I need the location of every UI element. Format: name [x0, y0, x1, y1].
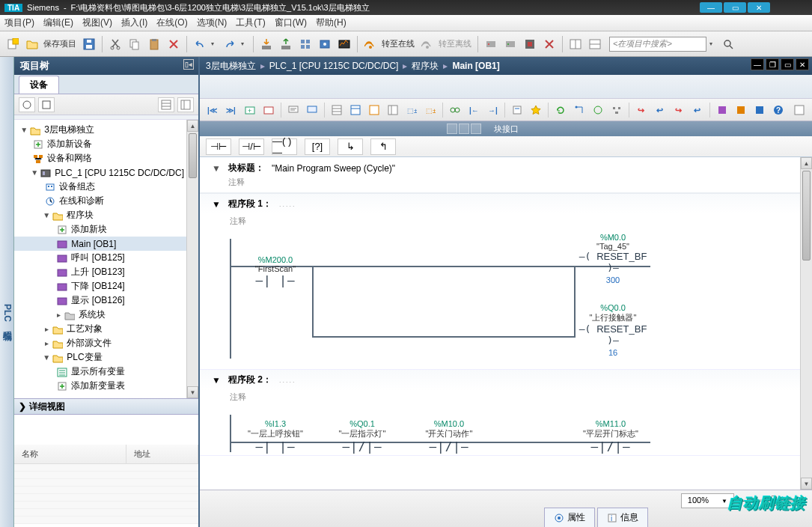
et-view-1[interactable]	[329, 102, 345, 118]
tree-tool-2[interactable]	[38, 97, 55, 112]
menu-view[interactable]: 视图(V)	[82, 16, 112, 29]
paste-button[interactable]	[146, 36, 162, 52]
tree-system-blocks[interactable]: ▸系统块	[14, 308, 198, 322]
et-goto2[interactable]: →|	[484, 102, 501, 118]
tree-ob125[interactable]: 呼叫 [OB125]	[14, 251, 198, 265]
net1-comment[interactable]: 注释	[200, 214, 812, 233]
menu-options[interactable]: 选项(N)	[197, 16, 228, 29]
et-monitor[interactable]	[447, 102, 463, 118]
interface-bar[interactable]: 块接口	[200, 121, 812, 136]
et-xref-1[interactable]: ↪	[633, 102, 650, 118]
detail-col-name[interactable]: 名称	[14, 445, 126, 463]
et-delete-network[interactable]	[260, 102, 277, 118]
redo-dropdown[interactable]: ▾	[241, 40, 248, 47]
coil-reset-bf-1[interactable]: %M0.0 "Tag_45" —( RESET_BF )— 300	[576, 233, 650, 284]
editor-scroll-thumb[interactable]	[802, 171, 811, 261]
maximize-button[interactable]: ▭	[724, 2, 746, 13]
fav-coil[interactable]: —( )—	[272, 138, 297, 155]
cross-ref-button[interactable]	[541, 36, 558, 52]
et-addr-sym[interactable]: ⬚±	[422, 102, 439, 118]
tree-device-config[interactable]: 设备组态	[14, 180, 198, 194]
tree-tech-objects[interactable]: ▸工艺对象	[14, 322, 198, 336]
tree-scrollbar[interactable]: ▲ ▼	[186, 120, 198, 398]
menu-window[interactable]: 窗口(W)	[275, 16, 307, 29]
undo-dropdown[interactable]: ▾	[211, 40, 219, 47]
tree-view-1[interactable]	[158, 97, 174, 112]
et-favorites[interactable]	[528, 102, 544, 118]
split-v-button[interactable]	[587, 36, 603, 52]
tree-add-block[interactable]: 添加新块	[14, 222, 198, 237]
editor-body[interactable]: ▼ 块标题： "Main Program Sweep (Cycle)" 注释 ▼…	[200, 157, 812, 527]
et-xref-2[interactable]: ↩	[652, 102, 668, 118]
save-button[interactable]	[81, 36, 97, 52]
scroll-up-icon[interactable]: ▲	[187, 120, 198, 132]
minimize-button[interactable]: —	[700, 2, 722, 13]
tree-tool-1[interactable]	[19, 97, 35, 112]
crumb-3[interactable]: 程序块	[412, 60, 439, 73]
tree-view-2[interactable]	[177, 97, 194, 112]
stop-cpu-button[interactable]	[522, 36, 538, 52]
network-2-title[interactable]: ▼ 程序段 2： .....	[200, 370, 812, 390]
editor-close-button[interactable]: ✕	[796, 58, 809, 70]
et-goto[interactable]: |←	[465, 102, 482, 118]
info-tab[interactable]: i 信息	[597, 508, 648, 527]
contact-m110[interactable]: %M11.0 "平层开门标志" —|/|—	[570, 419, 652, 454]
zoom-select[interactable]: 100% ▼	[681, 493, 734, 508]
download-button[interactable]	[258, 36, 275, 52]
tree-root[interactable]: ▼3层电梯独立	[14, 123, 198, 137]
et-xref-3[interactable]: ↪	[671, 102, 687, 118]
editor-scrollbar[interactable]: ▲ ▼	[800, 157, 812, 527]
open-project-button[interactable]	[24, 36, 40, 52]
redo-button[interactable]	[222, 36, 238, 52]
fav-box[interactable]: [?]	[305, 138, 330, 155]
editor-restore-button[interactable]: ❐	[766, 58, 779, 70]
copy-button[interactable]	[126, 36, 143, 52]
editor-scroll-down[interactable]: ▼	[801, 478, 812, 490]
tree-add-device[interactable]: 添加新设备	[14, 137, 198, 151]
go-offline-icon[interactable]	[419, 36, 436, 52]
et-refresh[interactable]	[552, 102, 569, 118]
accessible-devices-button[interactable]	[483, 36, 499, 52]
scroll-thumb[interactable]	[189, 133, 197, 178]
crumb-2[interactable]: PLC_1 [CPU 1215C DC/DC/DC]	[269, 61, 399, 71]
net2-comment[interactable]: 注释	[200, 390, 812, 409]
tree-plc-tags[interactable]: ▼PLC变量	[14, 350, 198, 365]
network-1-title[interactable]: ▼ 程序段 1： .....	[200, 194, 812, 214]
editor-maximize-button[interactable]: ▭	[781, 58, 794, 70]
et-view-4[interactable]	[385, 102, 401, 118]
tree-program-blocks[interactable]: ▼程序块	[14, 208, 198, 222]
et-call-env[interactable]	[590, 102, 606, 118]
menu-help[interactable]: 帮助(H)	[316, 16, 347, 29]
new-project-button[interactable]	[4, 36, 21, 52]
side-tab-plc[interactable]: PLC 编程	[0, 57, 14, 527]
menu-project[interactable]: 项目(P)	[4, 16, 34, 29]
tree-add-tag-table[interactable]: 添加新变量表	[14, 379, 198, 393]
menu-insert[interactable]: 插入(I)	[121, 16, 147, 29]
et-insert-network[interactable]: +	[242, 102, 258, 118]
devices-tab[interactable]: 设备	[19, 76, 59, 94]
detail-view-title[interactable]: ❯ 详细视图	[14, 398, 198, 415]
search-dropdown[interactable]: ▾	[709, 40, 717, 47]
net2-expand-icon[interactable]: ▼	[212, 375, 221, 386]
rung-2[interactable]: %I1.3 "一层上呼按钮" —| |— %Q0.1 "一层指示灯" —|/|—…	[230, 415, 797, 452]
menu-online[interactable]: 在线(O)	[156, 16, 187, 29]
fav-branch-close[interactable]: ↰	[370, 138, 396, 155]
editor-minimize-button[interactable]: —	[751, 58, 764, 70]
et-nav-first[interactable]: |≪	[204, 102, 221, 118]
et-view-2[interactable]	[347, 102, 364, 118]
et-comment-2[interactable]	[304, 102, 320, 118]
upload-button[interactable]	[278, 36, 294, 52]
tree-plc[interactable]: ▼PLC_1 [CPU 1215C DC/DC/DC]	[14, 165, 198, 180]
simulate-button[interactable]	[317, 36, 333, 52]
menu-tools[interactable]: 工具(T)	[236, 16, 265, 29]
cut-button[interactable]	[107, 36, 123, 52]
scroll-down-icon[interactable]: ▼	[187, 386, 198, 398]
fav-no-contact[interactable]: ⊣⊢	[206, 138, 231, 155]
et-help[interactable]: ?	[770, 102, 787, 118]
delete-button[interactable]	[165, 36, 182, 52]
tree-ext-sources[interactable]: ▸外部源文件	[14, 336, 198, 350]
detail-col-addr[interactable]: 地址	[126, 445, 198, 463]
et-defs[interactable]	[751, 102, 768, 118]
et-comment-1[interactable]	[285, 102, 302, 118]
crumb-1[interactable]: 3层电梯独立	[206, 60, 256, 73]
